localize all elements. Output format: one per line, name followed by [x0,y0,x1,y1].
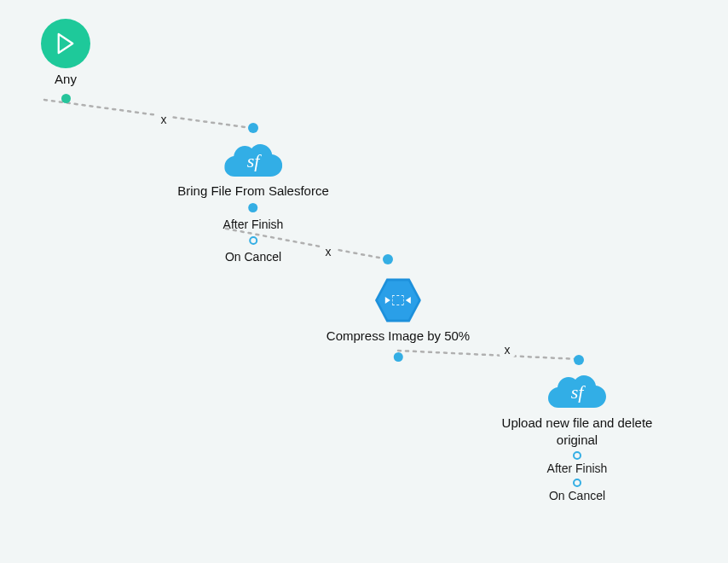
edge-endpoint-dot [383,254,393,264]
workflow-canvas[interactable]: x x x Any sf Bring File From Salesforce … [0,0,728,563]
fetch-label: Bring File From Salesforce [177,183,329,198]
port-dot-open [573,451,581,460]
port-label: On Cancel [225,250,281,264]
salesforce-cloud-icon[interactable]: sf [548,370,606,409]
fetch-port-on-cancel[interactable] [249,236,257,245]
edge-endpoint-dot [248,123,258,133]
fetch-node[interactable]: sf Bring File From Salesforce After Fini… [177,139,329,264]
upload-port-after-finish[interactable]: After Finish [492,451,662,475]
sf-glyph: sf [548,370,606,409]
salesforce-cloud-icon[interactable]: sf [224,139,282,178]
upload-label: Upload new file and delete original [492,415,662,448]
edge-remove-3[interactable]: x [500,342,515,357]
compress-label: Compress Image by 50% [326,328,470,343]
fetch-port-after-finish[interactable] [249,203,258,212]
port-label: After Finish [547,461,608,475]
compress-node[interactable]: Compress Image by 50% [326,277,470,365]
compress-glyph [385,295,411,305]
upload-node[interactable]: sf Upload new file and delete original A… [492,370,662,502]
compress-out-port[interactable] [394,352,403,362]
start-out-port[interactable] [61,94,71,103]
upload-port-on-cancel[interactable]: On Cancel [492,479,662,502]
edge-endpoint-dot [574,355,584,365]
edge-remove-1[interactable]: x [156,112,171,127]
compress-hex-icon[interactable] [372,277,425,323]
port-label: On Cancel [549,489,605,502]
play-icon[interactable] [41,19,90,68]
start-label: Any [41,72,90,86]
sf-glyph: sf [224,139,282,178]
port-dot-filled [249,203,258,212]
port-label: After Finish [223,218,284,231]
start-node[interactable]: Any [41,19,90,107]
port-dot-open [249,236,257,245]
port-dot-open [573,479,581,487]
